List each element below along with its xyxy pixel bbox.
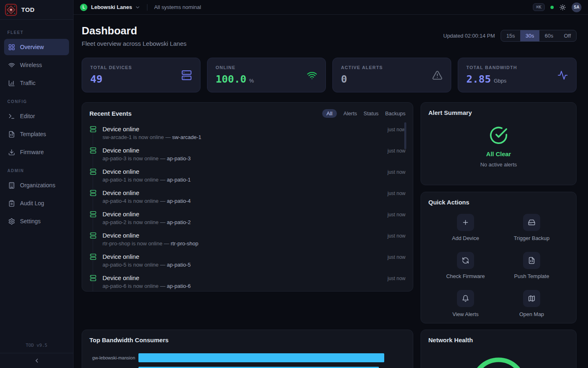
bandwidth-chart: gw-lebowski-mansionsw-core-bowling-alley xyxy=(82,348,413,368)
quick-action-add-device[interactable]: Add Device xyxy=(432,214,499,241)
event-body: Device onlineap-patio-1 is now online — … xyxy=(102,168,382,183)
org-selector[interactable]: L Lebowski Lanes xyxy=(80,4,140,11)
stat-card-total-devices: TOTAL DEVICES49 xyxy=(82,58,200,92)
quick-action-trigger-backup[interactable]: Trigger Backup xyxy=(499,214,565,241)
event-row[interactable]: Device onlineap-patio-6 is now online — … xyxy=(89,272,405,292)
sidebar-nav: FLEETOverviewWirelessTrafficCONFIGEditor… xyxy=(0,20,73,233)
chevron-left-icon xyxy=(33,357,40,364)
stat-value: 2.85 xyxy=(466,73,491,85)
sidebar-section-label-fleet: FLEET xyxy=(7,30,66,35)
bandwidth-title: Top Bandwidth Consumers xyxy=(89,337,169,343)
download-icon xyxy=(8,149,15,156)
events-filter-tabs: AllAlertsStatusBackups xyxy=(322,109,405,118)
quick-action-tile xyxy=(523,214,540,231)
wifi-icon xyxy=(307,70,317,81)
event-device-name: ap-patio-2 xyxy=(167,219,191,225)
map-icon xyxy=(528,295,535,302)
sidebar-item-overview[interactable]: Overview xyxy=(4,39,69,55)
stat-label: ONLINE xyxy=(216,65,317,70)
server-icon xyxy=(89,147,97,154)
event-timestamp: just now xyxy=(388,189,405,204)
sidebar-item-audit-log[interactable]: Audit Log xyxy=(4,195,69,211)
interval-15s-button[interactable]: 15s xyxy=(501,30,520,41)
quick-action-label: Open Map xyxy=(519,311,544,317)
sidebar-item-templates[interactable]: Templates xyxy=(4,126,69,142)
interval-30s-button[interactable]: 30s xyxy=(520,30,539,41)
topbar-divider xyxy=(147,4,147,11)
event-description: ap-patio-5 is now online — ap-patio-5 xyxy=(102,262,382,268)
interval-60s-button[interactable]: 60s xyxy=(539,30,559,41)
sidebar-item-label: Audit Log xyxy=(20,200,44,206)
events-tab-backups[interactable]: Backups xyxy=(385,110,405,117)
event-timestamp: just now xyxy=(388,232,405,247)
sidebar-item-firmware[interactable]: Firmware xyxy=(4,144,69,160)
event-description: ap-patio-3 is now online — ap-patio-3 xyxy=(102,155,382,162)
stat-label: TOTAL DEVICES xyxy=(90,65,192,70)
event-description: ap-patio-1 is now online — ap-patio-1 xyxy=(102,177,382,183)
event-description: rtr-pro-shop is now online — rtr-pro-sho… xyxy=(102,240,382,247)
stat-card-total-bandwidth: TOTAL BANDWIDTH2.85Gbps xyxy=(458,58,577,92)
sidebar-item-settings[interactable]: Settings xyxy=(4,213,69,229)
sidebar-section-label-admin: ADMIN xyxy=(7,168,66,173)
event-row[interactable]: Device onlineap-patio-3 is now online — … xyxy=(89,144,405,165)
sidebar-item-label: Editor xyxy=(20,113,35,119)
event-timestamp: just now xyxy=(388,147,405,162)
quick-action-open-map[interactable]: Open Map xyxy=(499,290,565,317)
event-device-name: ap-patio-1 xyxy=(167,177,191,183)
refresh-icon xyxy=(462,257,469,264)
events-scrollbar[interactable] xyxy=(404,122,406,149)
event-description: ap-patio-6 is now online — ap-patio-6 xyxy=(102,283,382,289)
stat-unit: Gbps xyxy=(494,78,506,84)
server-icon xyxy=(181,70,192,81)
alert-summary-title: Alert Summary xyxy=(428,109,472,116)
stat-label: TOTAL BANDWIDTH xyxy=(466,65,568,70)
chart-icon xyxy=(8,80,15,87)
event-row[interactable]: Device onlineap-patio-1 is now online — … xyxy=(89,165,405,186)
events-tab-all[interactable]: All xyxy=(322,109,337,118)
sidebar-item-editor[interactable]: Editor xyxy=(4,108,69,124)
event-row[interactable]: Device onlineap-patio-2 is now online — … xyxy=(89,208,405,229)
page-content: Dashboard Fleet overview across Lebowski… xyxy=(74,15,588,368)
page-title: Dashboard xyxy=(82,25,187,37)
event-row[interactable]: Device onlineap-patio-4 is now online — … xyxy=(89,186,405,208)
alert-triangle-icon xyxy=(432,70,443,81)
bandwidth-panel: Top Bandwidth Consumers gw-lebowski-mans… xyxy=(82,330,413,368)
stat-cards-row: TOTAL DEVICES49ONLINE100.0%ACTIVE ALERTS… xyxy=(82,58,577,92)
event-row[interactable]: Device onlinertr-pro-shop is now online … xyxy=(89,229,405,250)
sidebar-collapse-button[interactable] xyxy=(0,353,73,368)
sidebar-section-label-config: CONFIG xyxy=(7,99,66,104)
server-icon xyxy=(89,211,97,218)
stat-card-online: ONLINE100.0% xyxy=(207,58,326,92)
event-title: Device online xyxy=(102,126,382,132)
topbar: L Lebowski Lanes All systems nominal ⌘K … xyxy=(74,0,588,15)
clipboard-icon xyxy=(8,200,15,207)
stat-unit: % xyxy=(249,78,254,84)
events-tab-alerts[interactable]: Alerts xyxy=(343,110,357,117)
event-body: Device onlinertr-pro-shop is now online … xyxy=(102,232,382,247)
sidebar-item-wireless[interactable]: Wireless xyxy=(4,57,69,73)
theme-toggle-sun-icon[interactable] xyxy=(559,4,566,11)
plus-icon xyxy=(462,219,469,226)
command-palette-shortcut[interactable]: ⌘K xyxy=(533,3,545,11)
user-avatar[interactable]: SA xyxy=(572,2,581,12)
quick-action-view-alerts[interactable]: View Alerts xyxy=(432,290,499,317)
sidebar-item-label: Organizations xyxy=(20,182,55,188)
app-logo-icon xyxy=(5,4,17,16)
sidebar-item-organizations[interactable]: Organizations xyxy=(4,177,69,193)
sidebar-footer: TOD v9.5 xyxy=(0,339,73,368)
file-code-icon xyxy=(528,257,535,264)
event-timestamp: just now xyxy=(388,168,405,183)
event-row[interactable]: Device onlineap-patio-5 is now online — … xyxy=(89,250,405,272)
quick-action-push-template[interactable]: Push Template xyxy=(499,252,565,279)
sidebar-item-traffic[interactable]: Traffic xyxy=(4,75,69,91)
interval-off-button[interactable]: Off xyxy=(559,30,576,41)
event-title: Device online xyxy=(102,147,382,154)
quick-action-check-firmware[interactable]: Check Firmware xyxy=(432,252,499,279)
updated-timestamp: Updated 02:00:14 PM xyxy=(443,33,495,39)
bandwidth-bar xyxy=(138,353,384,362)
server-icon xyxy=(89,189,97,197)
hard-drive-icon xyxy=(528,219,535,226)
events-tab-status[interactable]: Status xyxy=(363,110,379,117)
event-row[interactable]: Device onlinesw-arcade-1 is now online —… xyxy=(89,123,405,144)
quick-actions-panel: Quick Actions Add DeviceTrigger BackupCh… xyxy=(421,192,577,323)
